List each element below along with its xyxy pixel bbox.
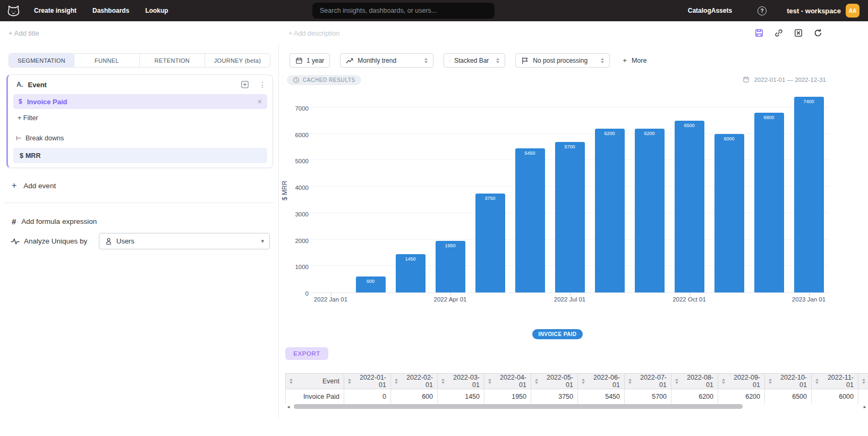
table-cell: 6000 (812, 389, 858, 404)
scroll-left-icon[interactable]: ◂ (285, 403, 292, 410)
help-icon[interactable]: ? (758, 6, 767, 15)
nav-dashboards[interactable]: Dashboards (92, 7, 129, 14)
nav-catalog[interactable]: Catalog (688, 7, 711, 14)
tab-journey[interactable]: JOURNEY (beta) (205, 54, 270, 67)
table-header-2022-03-01[interactable]: 2022-03-01 (438, 374, 484, 389)
add-title-button[interactable]: + Add title (8, 29, 39, 37)
results-table: Event2022-01-012022-02-012022-03-012022-… (285, 373, 868, 404)
breakdown-row[interactable]: $ MRR (13, 148, 267, 163)
tab-funnel[interactable]: FUNNEL (74, 54, 139, 67)
bar-value-label: 7400 (794, 99, 824, 104)
table-header-2022-06-01[interactable]: 2022-06-01 (578, 374, 625, 389)
add-filter-button[interactable]: + Filter (18, 114, 38, 122)
sort-icon[interactable] (535, 379, 538, 384)
horizontal-scrollbar: ◂ ▸ (285, 403, 868, 410)
bar-2022-12-01[interactable] (754, 113, 784, 292)
bar-2022-06-01[interactable] (515, 148, 545, 292)
event-group-header: A. Event ⋮ (16, 80, 266, 89)
bar-value-label: 1950 (436, 243, 465, 248)
trend-select[interactable]: Monthly trend (340, 53, 433, 68)
table-header-2022-05-01[interactable]: 2022-05-01 (531, 374, 578, 389)
table-header-2022-10-01[interactable]: 2022-10-01 (765, 374, 812, 389)
cached-results-label: CACHED RESULTS (303, 77, 355, 83)
sort-icon[interactable] (441, 379, 445, 384)
table-cell: 1450 (438, 389, 484, 404)
sort-icon[interactable] (862, 379, 865, 384)
chart-type-select[interactable]: Stacked Bar (444, 53, 505, 68)
bar-2022-04-01[interactable] (436, 241, 465, 292)
table-cell: 6800 (858, 389, 868, 404)
bar-2022-11-01[interactable] (714, 134, 744, 292)
plus-square-icon[interactable] (241, 80, 249, 89)
post-processing-select[interactable]: No post processing (515, 53, 610, 68)
breakdown-icon: ⊢ (16, 135, 21, 142)
kebab-menu-icon[interactable]: ⋮ (259, 81, 266, 88)
sort-icon[interactable] (675, 379, 678, 384)
bar-2023-01-01[interactable] (794, 97, 824, 292)
bar-2022-07-01[interactable] (555, 142, 585, 292)
add-event-button[interactable]: + Add event (12, 181, 56, 190)
table-header-2022-12-01[interactable]: 2022-12-01 (858, 374, 868, 389)
link-icon[interactable] (774, 28, 784, 38)
tab-segmentation[interactable]: SEGMENTATION (9, 54, 74, 67)
more-button[interactable]: + More (623, 56, 646, 64)
table-cell: 6500 (765, 389, 812, 404)
bar-value-label: 6800 (754, 115, 784, 120)
sort-icon[interactable] (815, 379, 819, 384)
add-description-button[interactable]: + Add description (288, 30, 339, 37)
sort-icon[interactable] (395, 379, 398, 384)
bar-2022-10-01[interactable] (675, 121, 704, 292)
sort-icon[interactable] (722, 379, 725, 384)
sort-icon[interactable] (348, 379, 351, 384)
logo-cat-icon[interactable] (4, 4, 22, 18)
export-button[interactable]: EXPORT (285, 347, 328, 360)
workspace-label[interactable]: test - workspace (787, 7, 841, 15)
save-icon[interactable] (754, 28, 764, 38)
select-chevrons-icon (417, 58, 428, 63)
tab-retention[interactable]: RETENTION (139, 54, 205, 67)
bar-2022-08-01[interactable] (595, 129, 625, 292)
top-navbar: Create insight Dashboards Lookup Catalog… (0, 0, 868, 21)
bar-value-label: 5450 (515, 150, 545, 156)
breakdowns-label: Break downs (25, 135, 64, 142)
nav-create-insight[interactable]: Create insight (34, 7, 76, 14)
x-square-icon[interactable] (794, 28, 803, 38)
add-formula-button[interactable]: # Add formula expression (12, 217, 97, 226)
selected-event-row[interactable]: $ Invoice Paid × (13, 94, 267, 109)
date-range-button[interactable]: 1 year (290, 53, 330, 68)
sort-icon[interactable] (290, 379, 293, 384)
scrollbar-thumb[interactable] (294, 404, 743, 409)
table-header-2022-11-01[interactable]: 2022-11-01 (812, 374, 858, 389)
table-header-row: Event2022-01-012022-02-012022-03-012022-… (286, 374, 868, 389)
search-input[interactable] (312, 3, 495, 19)
breakdowns-button[interactable]: ⊢ Break downs (16, 135, 64, 142)
bar-2022-05-01[interactable] (475, 194, 505, 292)
sort-icon[interactable] (628, 379, 632, 384)
y-tick-label: 7000 (295, 105, 309, 112)
legend-invoice-paid[interactable]: INVOICE PAID (532, 329, 583, 339)
table-header-2022-01-01[interactable]: 2022-01-01 (344, 374, 391, 389)
table-header-Event[interactable]: Event (286, 374, 344, 389)
y-tick-label: 2000 (295, 238, 309, 244)
bar-plot: 6001450195037505450570062006200650060006… (311, 93, 829, 293)
sort-icon[interactable] (582, 379, 585, 384)
table-cell: Invoice Paid (286, 389, 344, 404)
sort-icon[interactable] (769, 379, 772, 384)
table-header-2022-02-01[interactable]: 2022-02-01 (391, 374, 438, 389)
table-header-2022-09-01[interactable]: 2022-09-01 (718, 374, 765, 389)
chart-type-value: Stacked Bar (454, 57, 489, 64)
y-tick-label: 5000 (295, 158, 309, 164)
table-header-2022-04-01[interactable]: 2022-04-01 (484, 374, 531, 389)
table-header-2022-07-01[interactable]: 2022-07-01 (625, 374, 671, 389)
scroll-right-icon[interactable]: ▸ (862, 403, 868, 410)
calendar-icon (743, 76, 750, 83)
avatar[interactable]: AA (846, 4, 860, 18)
bar-2022-09-01[interactable] (635, 129, 665, 292)
refresh-icon[interactable] (813, 28, 823, 38)
nav-assets[interactable]: Assets (711, 7, 732, 14)
table-header-2022-08-01[interactable]: 2022-08-01 (671, 374, 718, 389)
nav-lookup[interactable]: Lookup (145, 7, 168, 14)
analyze-by-select[interactable]: Users ▾ (99, 233, 270, 249)
sort-icon[interactable] (488, 379, 491, 384)
remove-event-icon[interactable]: × (258, 97, 262, 106)
